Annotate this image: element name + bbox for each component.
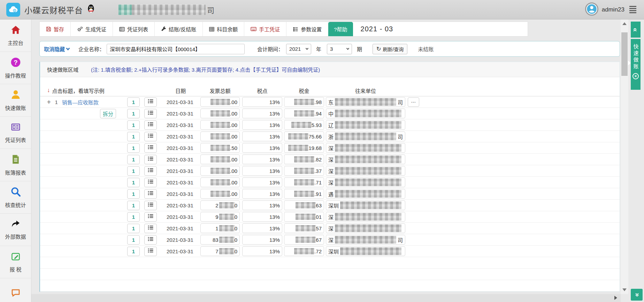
column-header-date[interactable]: 日期 [167, 87, 194, 94]
tax-amount-input[interactable]: 19.68 [284, 143, 324, 153]
counterparty-input[interactable]: 浙司 [326, 132, 405, 141]
tax-amount-input[interactable]: .82 [284, 154, 324, 164]
month-select[interactable]: 3 [327, 44, 352, 54]
invoice-total-input[interactable]: 830 [200, 235, 240, 245]
counterparty-input[interactable]: 深司 [326, 235, 405, 245]
tax-amount-input[interactable]: .71 [284, 177, 324, 187]
row-detail-button[interactable] [144, 143, 157, 153]
invoice-total-input[interactable]: .00 [200, 189, 240, 199]
date-cell[interactable]: 2021-03-31 [167, 145, 194, 151]
row-detail-button[interactable] [144, 189, 157, 199]
tax-amount-input[interactable]: 57 [284, 223, 324, 233]
line-count-button[interactable]: 1 [127, 247, 140, 256]
line-count-button[interactable]: 1 [127, 166, 140, 176]
tax-rate-input[interactable]: 13% [242, 166, 282, 176]
counterparty-input[interactable]: 深 [326, 166, 405, 176]
quick-accounting-tab[interactable]: 快速做账 × [631, 39, 641, 90]
sidebar-item-console[interactable]: 主控台 [0, 19, 31, 52]
sidebar-item-ledger-report[interactable]: 账簿报表 [0, 149, 31, 181]
tax-amount-input[interactable]: 5.93 [284, 120, 324, 130]
date-cell[interactable]: 2021-03-31 [167, 157, 194, 162]
row-detail-button[interactable] [144, 132, 157, 141]
tax-rate-input[interactable]: 13% [242, 212, 282, 222]
tax-rate-input[interactable]: 13% [242, 143, 282, 153]
tax-amount-input[interactable]: 67 [284, 235, 324, 245]
cancel-hide-toggle[interactable]: 取消隐藏 [44, 45, 69, 53]
sidebar-item-quick-account[interactable]: 快速做账 [0, 84, 31, 117]
help-button[interactable]: ?帮助 [328, 22, 353, 36]
username[interactable]: admin23 [602, 6, 624, 13]
counterparty-input[interactable]: 东司 [326, 97, 405, 107]
close-icon[interactable]: × [632, 73, 639, 79]
collapse-down-button[interactable]: « [631, 289, 643, 301]
invoice-total-input[interactable]: .00 [200, 97, 240, 107]
tax-amount-input[interactable]: .91 [284, 189, 324, 199]
add-row-plus-icon[interactable]: + [47, 98, 51, 106]
sidebar-item-tax-filing[interactable]: 报 税 [0, 246, 31, 278]
qq-penguin-icon[interactable] [86, 4, 95, 15]
row-detail-button[interactable] [144, 212, 157, 222]
settings-button[interactable]: 参数设置 [286, 22, 328, 36]
line-count-button[interactable]: 1 [127, 189, 140, 199]
counterparty-input[interactable]: 辽 [326, 120, 405, 130]
counterparty-input[interactable]: 遇 [326, 189, 405, 199]
invoice-total-input[interactable]: .00 [200, 109, 240, 118]
row-detail-button[interactable] [144, 201, 157, 210]
scroll-down-arrow-icon[interactable] [622, 288, 627, 291]
invoice-total-input[interactable]: .00 [200, 177, 240, 187]
closing-button[interactable]: 结账/反结账 [155, 22, 203, 36]
date-cell[interactable]: 2021-03-31 [167, 225, 194, 231]
date-cell[interactable]: 2021-03-31 [167, 122, 194, 128]
line-count-button[interactable]: 1 [127, 132, 140, 141]
line-count-button[interactable]: 1 [127, 120, 140, 130]
invoice-total-input[interactable]: .50 [200, 143, 240, 153]
tax-amount-input[interactable]: .98 [284, 97, 324, 107]
invoice-total-input[interactable]: 10 [200, 223, 240, 233]
line-count-button[interactable]: 1 [127, 97, 140, 107]
save-draft-button[interactable]: 暂存 [40, 22, 71, 36]
row-detail-button[interactable] [144, 247, 157, 256]
date-cell[interactable]: 2021-03-31 [167, 214, 194, 220]
horizontal-scrollbar[interactable] [31, 294, 621, 302]
row-detail-button[interactable] [144, 235, 157, 245]
hint-header[interactable]: ↓ 点击标题，看填写示例 [47, 87, 157, 94]
more-options-button[interactable]: ⋯ [408, 97, 419, 107]
tax-rate-input[interactable]: 13% [242, 109, 282, 118]
sidebar-item-voucher-list[interactable]: 凭证列表 [0, 117, 31, 149]
row-detail-button[interactable] [144, 224, 157, 233]
tax-rate-input[interactable]: 13% [242, 120, 282, 130]
generate-voucher-button[interactable]: 生成凭证 [71, 22, 113, 36]
counterparty-input[interactable]: 深 [326, 223, 405, 233]
year-select[interactable]: 2021 [286, 44, 311, 54]
invoice-total-input[interactable]: .00 [200, 154, 240, 164]
date-cell[interactable]: 2021-03-31 [167, 134, 194, 140]
tax-amount-input[interactable]: .94 [284, 109, 324, 118]
tax-rate-input[interactable]: 13% [242, 97, 282, 107]
account-balance-button[interactable]: 科目余额 [203, 22, 244, 36]
tax-amount-input[interactable]: 63 [284, 200, 324, 210]
row-detail-button[interactable] [144, 109, 157, 118]
tax-amount-input[interactable]: .37 [284, 166, 324, 176]
column-header-tax[interactable]: 税金 [284, 87, 324, 94]
row-detail-button[interactable] [144, 120, 157, 130]
vertical-scrollbar-thumb[interactable] [621, 32, 628, 76]
date-cell[interactable]: 2021-03-31 [167, 237, 194, 243]
user-avatar[interactable] [585, 2, 598, 17]
counterparty-input[interactable]: 中 [326, 109, 405, 118]
date-cell[interactable]: 2021-03-31 [167, 168, 194, 174]
collapse-up-button[interactable]: « [631, 22, 641, 38]
vertical-scrollbar[interactable] [621, 19, 628, 294]
date-cell[interactable]: 2021-03-31 [167, 202, 194, 208]
row-detail-button[interactable] [144, 166, 157, 176]
menu-icon[interactable] [628, 5, 638, 15]
split-button[interactable]: 拆分 [100, 109, 116, 118]
tax-amount-input[interactable]: 01 [284, 212, 324, 222]
refresh-query-button[interactable]: ↻ 刷新/查询 [373, 44, 407, 54]
sidebar-item-chat[interactable] [0, 278, 31, 302]
line-count-button[interactable]: 1 [127, 109, 140, 118]
tax-rate-input[interactable]: 13% [242, 132, 282, 141]
line-count-button[interactable]: 1 [127, 224, 140, 233]
tax-rate-input[interactable]: 13% [242, 246, 282, 256]
tax-amount-input[interactable]: .72 [284, 246, 324, 256]
counterparty-input[interactable]: 深 [326, 212, 405, 222]
